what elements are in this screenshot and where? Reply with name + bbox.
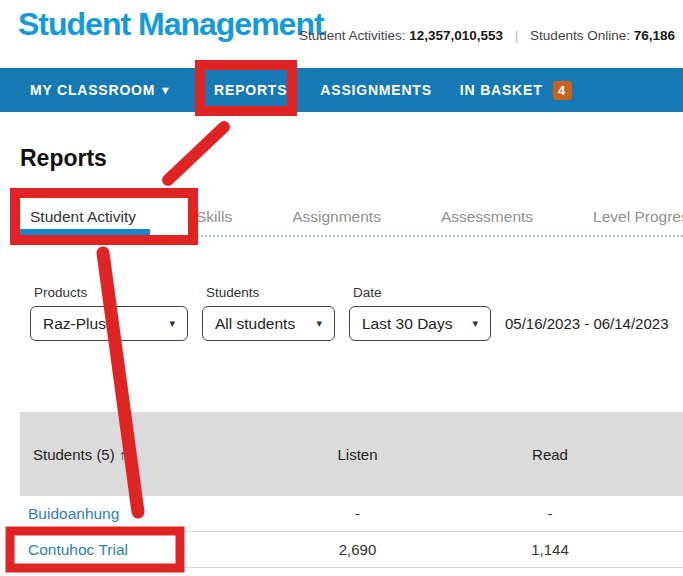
stats-separator: | [515,28,519,43]
date-label: Date [349,285,491,300]
nav-in-basket[interactable]: IN BASKET 4 [460,81,572,100]
read-value: - [425,505,675,522]
students-select[interactable]: All students ▾ [202,306,335,341]
in-basket-count-badge: 4 [553,81,572,100]
tab-skills[interactable]: Skills [196,208,232,226]
student-activities-value: 12,357,010,553 [409,28,503,43]
main-content: Reports Student Activity Skills Assignme… [0,145,683,568]
students-label: Students [202,285,335,300]
students-selected-value: All students [215,315,295,333]
sort-up-icon: ↑ [119,447,126,463]
date-selected-value: Last 30 Days [362,315,452,333]
dropdown-caret-icon: ▾ [458,317,478,330]
main-nav: MY CLASSROOM ▾ REPORTS ASSIGNMENTS IN BA… [0,68,683,112]
nav-assignments[interactable]: ASSIGNMENTS [320,82,431,98]
header-stats: Student Activities: 12,357,010,553 | Stu… [299,28,675,43]
table-row: Buidoanhung - - [20,496,683,532]
dropdown-caret-icon: ▾ [155,317,175,330]
nav-reports-label: REPORTS [214,82,287,98]
date-select[interactable]: Last 30 Days ▾ [349,306,491,341]
products-label: Products [30,285,188,300]
tab-level-progress[interactable]: Level Progress [593,208,683,226]
dropdown-caret-icon: ▾ [302,317,322,330]
products-filter-group: Products Raz-Plus ▾ [30,285,188,341]
tab-assignments[interactable]: Assignments [292,208,381,226]
students-online-value: 76,186 [634,28,675,43]
student-activities-label: Student Activities: [299,28,406,43]
page-title: Reports [20,145,683,172]
nav-my-classroom-label: MY CLASSROOM [30,82,155,98]
listen-value: 2,690 [290,541,425,558]
student-link-contuhoc-trial[interactable]: Contuhoc Trial [28,541,128,558]
student-activity-table: Students (5) ↑ Listen Read Buidoanhung -… [20,412,683,568]
app-logo[interactable]: Student Management [18,6,324,43]
listen-value: - [290,505,425,522]
column-header-read[interactable]: Read [425,446,675,463]
students-filter-group: Students All students ▾ [202,285,335,341]
caret-down-icon: ▾ [162,83,169,97]
report-tabs: Student Activity Skills Assignments Asse… [20,208,683,237]
column-header-students[interactable]: Students (5) ↑ [20,446,290,463]
column-header-listen[interactable]: Listen [290,446,425,463]
table-row: Contuhoc Trial 2,690 1,144 [20,532,683,568]
tab-assessments[interactable]: Assessments [441,208,533,226]
nav-in-basket-label: IN BASKET [460,82,543,98]
products-select[interactable]: Raz-Plus ▾ [30,306,188,341]
nav-assignments-label: ASSIGNMENTS [320,82,431,98]
date-range-text: 05/16/2023 - 06/14/2023 [505,315,668,341]
products-selected-value: Raz-Plus [43,315,106,333]
nav-my-classroom[interactable]: MY CLASSROOM ▾ [30,82,169,98]
read-value: 1,144 [425,541,675,558]
table-header-row: Students (5) ↑ Listen Read [20,412,683,496]
date-filter-group: Date Last 30 Days ▾ [349,285,491,341]
student-link-buidoanhung[interactable]: Buidoanhung [28,505,119,522]
students-online-label: Students Online: [530,28,630,43]
app-header: Student Management Student Activities: 1… [0,0,683,68]
report-filters: Products Raz-Plus ▾ Students All student… [20,285,683,341]
nav-reports[interactable]: REPORTS [214,82,287,98]
tab-student-activity[interactable]: Student Activity [30,208,136,226]
